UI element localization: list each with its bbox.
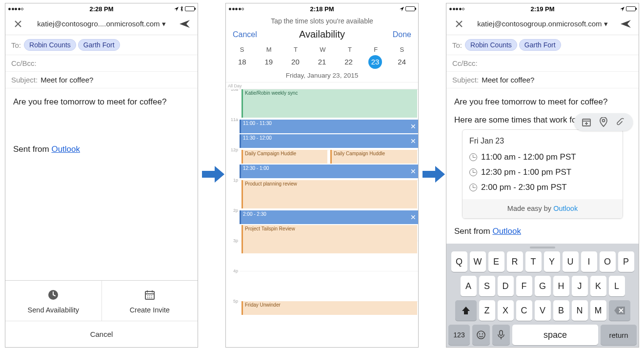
letter-key[interactable]: W	[470, 251, 486, 272]
letter-key[interactable]: R	[507, 251, 523, 272]
backspace-key[interactable]	[609, 300, 630, 321]
day-cell[interactable]: 21	[315, 55, 329, 69]
cancel-button[interactable]: Cancel	[233, 30, 262, 39]
calendar-event[interactable]: Katie/Robin weekly sync	[242, 89, 417, 118]
recipient-pill[interactable]: Garth Fort	[519, 39, 561, 51]
send-icon[interactable]	[619, 17, 633, 31]
subject-field[interactable]: Subject: Meet for coffee?	[5, 72, 198, 88]
keyboard[interactable]: QWERTYUIOP ASDFGHJKL ZXCVBNM 123 space r…	[446, 244, 639, 347]
paperclip-icon[interactable]	[616, 117, 625, 127]
outlook-link[interactable]: Outlook	[553, 205, 578, 212]
space-key[interactable]: space	[512, 325, 598, 345]
dow: S	[400, 46, 404, 53]
letter-key[interactable]: A	[461, 276, 477, 296]
number-key[interactable]: 123	[448, 325, 470, 345]
to-field[interactable]: To: Robin Counts Garth Fort	[446, 35, 639, 55]
day-cell[interactable]: 19	[262, 55, 276, 69]
dictation-key[interactable]	[492, 325, 510, 345]
day-cell[interactable]: 18	[235, 55, 249, 69]
day-cell[interactable]: 24	[395, 55, 409, 69]
calendar-event[interactable]: Daily Campaign Huddle	[242, 150, 327, 164]
remove-slot-icon[interactable]: ✕	[410, 137, 416, 145]
calendar-event[interactable]: Daily Campaign Huddle	[330, 150, 417, 164]
screen-availability: 2:18 PM Tap the time slots you're availa…	[225, 3, 419, 348]
to-field[interactable]: To: Robin Counts Garth Fort	[5, 35, 198, 55]
selected-slot[interactable]: 11:00 - 11:30✕	[240, 120, 418, 133]
create-invite-button[interactable]: Create Invite	[102, 281, 198, 321]
return-key[interactable]: return	[601, 325, 637, 345]
letter-key[interactable]: G	[535, 276, 551, 296]
keyboard-handle[interactable]	[530, 247, 555, 248]
from-address[interactable]: katiej@contosogro....onmicrosoft.com ▾	[25, 20, 178, 28]
letter-key[interactable]: Q	[451, 251, 467, 272]
send-availability-label: Send Availability	[28, 306, 79, 314]
letter-key[interactable]: C	[516, 300, 532, 321]
to-label: To:	[452, 41, 462, 49]
letter-key[interactable]: M	[590, 300, 606, 321]
letter-key[interactable]: J	[572, 276, 588, 296]
location-pin-icon[interactable]	[600, 117, 607, 127]
timeline[interactable]: 10a11a12p1p2p3p4p5pKatie/Robin weekly sy…	[226, 89, 418, 347]
letter-key[interactable]: P	[618, 251, 634, 272]
letter-key[interactable]: D	[498, 276, 514, 296]
calendar-event[interactable]: Product planning review	[242, 180, 417, 208]
compose-body[interactable]: Are you free tomorrow to meet for coffee…	[5, 88, 198, 280]
letter-key[interactable]: N	[572, 300, 588, 321]
outlook-link[interactable]: Outlook	[492, 227, 521, 236]
day-cell[interactable]: 20	[288, 55, 302, 69]
recipient-pill[interactable]: Robin Counts	[24, 39, 76, 51]
cancel-button[interactable]: Cancel	[5, 321, 198, 347]
letter-key[interactable]: I	[581, 251, 597, 272]
selected-slot[interactable]: 12:30 - 1:00✕	[240, 165, 418, 178]
letter-key[interactable]: Z	[479, 300, 495, 321]
letter-key[interactable]: V	[535, 300, 551, 321]
letter-key[interactable]: Y	[544, 251, 560, 272]
selected-slot[interactable]: 11:30 - 12:00✕	[240, 134, 418, 148]
weekday-header: S M T W T F S	[226, 44, 418, 54]
emoji-key[interactable]	[472, 325, 490, 345]
dow: F	[374, 46, 378, 53]
remove-slot-icon[interactable]: ✕	[410, 123, 416, 130]
recipient-pill[interactable]: Robin Counts	[465, 39, 517, 51]
remove-slot-icon[interactable]: ✕	[410, 167, 416, 175]
close-icon[interactable]	[11, 17, 25, 31]
letter-key[interactable]: F	[516, 276, 532, 296]
close-icon[interactable]	[452, 17, 466, 31]
done-button[interactable]: Done	[382, 30, 411, 39]
remove-slot-icon[interactable]: ✕	[410, 213, 416, 221]
compose-body[interactable]: Are you free tomorrow to meet for coffee…	[446, 88, 639, 244]
send-availability-button[interactable]: Send Availability	[5, 281, 102, 321]
letter-key[interactable]: X	[498, 300, 514, 321]
outlook-link[interactable]: Outlook	[51, 145, 80, 154]
letter-key[interactable]: L	[609, 276, 625, 296]
shift-key[interactable]	[455, 300, 477, 321]
day-cell[interactable]: 22	[342, 55, 356, 69]
subject-field[interactable]: Subject: Meet for coffee?	[446, 72, 639, 88]
slot-text: 2:00 pm - 2:30 pm PST	[481, 181, 567, 194]
cc-bcc-field[interactable]: Cc/Bcc:	[446, 55, 639, 72]
letter-key[interactable]: K	[590, 276, 606, 296]
location-services-icon	[400, 7, 404, 11]
letter-key[interactable]: S	[479, 276, 495, 296]
send-icon[interactable]	[178, 17, 192, 31]
recipient-pill[interactable]: Garth Fort	[78, 39, 120, 51]
calendar-event[interactable]: Project Tailspin Review	[242, 225, 417, 253]
full-date: Friday, January 23, 2015	[226, 72, 418, 83]
letter-key[interactable]: B	[553, 300, 569, 321]
hour-label: 11a	[226, 117, 240, 122]
letter-key[interactable]: T	[525, 251, 542, 272]
made-easy-prefix: Made easy by	[507, 205, 553, 212]
from-address[interactable]: katiej@contosogroup.onmicrosoft.com ▾	[466, 20, 619, 28]
day-cell[interactable]: 23	[368, 55, 382, 69]
letter-key[interactable]: U	[563, 251, 579, 272]
selected-slot[interactable]: 2:00 - 2:30✕	[240, 210, 418, 224]
letter-key[interactable]: O	[600, 251, 616, 272]
to-label: To:	[11, 41, 21, 49]
calendar-event[interactable]: Friday Unwinder	[242, 301, 417, 315]
cc-bcc-field[interactable]: Cc/Bcc:	[5, 55, 198, 72]
letter-key[interactable]: H	[553, 276, 569, 296]
calendar-add-icon[interactable]	[582, 118, 591, 126]
slot-text: 11:00 am - 12:00 pm PST	[481, 150, 576, 164]
screen-compose-1: 2:28 PM katiej@contosogro....onmicrosoft…	[5, 3, 198, 348]
letter-key[interactable]: E	[488, 251, 504, 272]
